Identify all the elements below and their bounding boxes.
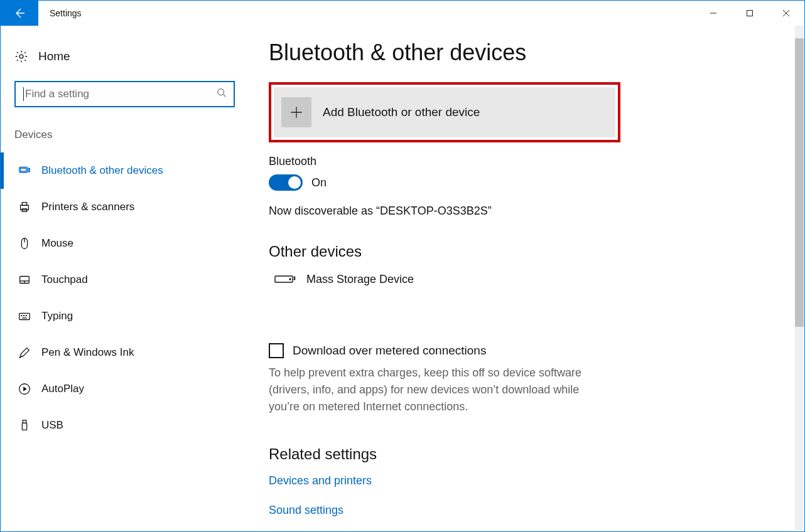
titlebar: Settings — [1, 1, 804, 26]
add-device-label: Add Bluetooth or other device — [323, 105, 480, 119]
other-devices-title: Other devices — [269, 243, 804, 260]
svg-point-25 — [294, 277, 295, 278]
sidebar-item-label: AutoPlay — [41, 383, 84, 395]
home-button[interactable]: Home — [1, 46, 249, 67]
bluetooth-toggle[interactable] — [269, 174, 303, 191]
keyboard-icon — [18, 309, 41, 323]
svg-rect-21 — [23, 420, 26, 423]
sidebar-item-usb[interactable]: USB — [1, 407, 249, 444]
device-row[interactable]: Mass Storage Device — [269, 272, 804, 287]
plus-icon — [281, 97, 311, 127]
maximize-button[interactable] — [732, 1, 768, 26]
autoplay-icon — [18, 382, 41, 396]
add-device-button[interactable]: Add Bluetooth or other device — [274, 87, 615, 137]
sidebar-item-label: USB — [41, 419, 63, 432]
sidebar-item-typing[interactable]: Typing — [1, 298, 249, 334]
svg-point-1 — [19, 55, 23, 58]
svg-rect-22 — [22, 423, 26, 430]
toggle-state-label: On — [311, 176, 327, 189]
window-controls — [695, 1, 804, 26]
sidebar-item-mouse[interactable]: Mouse — [1, 225, 249, 262]
scrollbar-thumb[interactable] — [795, 38, 804, 327]
storage-device-icon — [274, 272, 306, 287]
discoverable-text: Now discoverable as “DESKTOP-O3S3B2S” — [269, 205, 804, 218]
metered-help-text: To help prevent extra charges, keep this… — [269, 364, 595, 415]
gear-icon — [14, 50, 38, 63]
pen-icon — [18, 346, 41, 359]
window-title: Settings — [50, 8, 82, 18]
svg-rect-0 — [747, 11, 753, 16]
search-placeholder: Find a setting — [25, 88, 216, 100]
sidebar-item-label: Pen & Windows Ink — [41, 346, 134, 359]
svg-rect-6 — [28, 171, 30, 172]
svg-point-2 — [218, 89, 224, 95]
page-title: Bluetooth & other devices — [269, 40, 804, 66]
metered-checkbox-label: Download over metered connections — [293, 344, 486, 358]
bluetooth-icon — [18, 164, 41, 178]
sidebar-item-label: Typing — [41, 310, 73, 322]
sidebar-item-label: Touchpad — [41, 274, 88, 286]
text-caret — [23, 87, 24, 101]
sidebar-item-printers[interactable]: Printers & scanners — [1, 189, 249, 225]
sidebar-item-autoplay[interactable]: AutoPlay — [1, 371, 249, 407]
svg-rect-5 — [28, 168, 30, 169]
mouse-icon — [18, 237, 41, 250]
sidebar-item-touchpad[interactable]: Touchpad — [1, 262, 249, 298]
home-label: Home — [38, 50, 70, 63]
svg-point-24 — [289, 279, 291, 280]
svg-point-17 — [24, 316, 24, 316]
toggle-knob — [288, 176, 301, 189]
minimize-button[interactable] — [695, 1, 732, 26]
sidebar-item-label: Printers & scanners — [41, 201, 134, 213]
add-device-highlight: Add Bluetooth or other device — [269, 82, 620, 142]
sidebar-section-header: Devices — [1, 129, 249, 152]
search-input[interactable]: Find a setting — [14, 81, 235, 107]
metered-checkbox[interactable] — [269, 343, 284, 358]
link-sound-settings[interactable]: Sound settings — [269, 504, 804, 517]
touchpad-icon — [18, 273, 41, 287]
close-icon — [782, 9, 790, 17]
usb-icon — [18, 418, 41, 432]
sidebar-item-label: Bluetooth & other devices — [41, 164, 163, 177]
svg-rect-15 — [19, 313, 30, 319]
svg-point-26 — [294, 279, 295, 280]
minimize-icon — [710, 9, 717, 17]
link-devices-and-printers[interactable]: Devices and printers — [269, 474, 804, 487]
svg-rect-7 — [21, 205, 29, 210]
svg-point-18 — [26, 316, 26, 316]
svg-point-16 — [21, 316, 22, 316]
bluetooth-label: Bluetooth — [269, 155, 804, 168]
sidebar-item-pen[interactable]: Pen & Windows Ink — [1, 334, 249, 371]
search-icon — [216, 87, 227, 101]
sidebar-item-label: Mouse — [41, 237, 73, 250]
related-settings-title: Related settings — [269, 445, 804, 463]
main-content: Bluetooth & other devices Add Bluetooth … — [249, 26, 804, 531]
back-arrow-icon — [13, 7, 26, 19]
device-name: Mass Storage Device — [306, 273, 414, 286]
sidebar-item-bluetooth[interactable]: Bluetooth & other devices — [1, 152, 249, 189]
close-button[interactable] — [768, 1, 804, 26]
back-button[interactable] — [1, 1, 38, 26]
svg-rect-8 — [22, 203, 26, 206]
printer-icon — [18, 200, 41, 214]
svg-rect-4 — [21, 168, 26, 171]
sidebar: Home Find a setting Devices Bluetooth & — [1, 26, 249, 531]
maximize-icon — [746, 9, 754, 17]
